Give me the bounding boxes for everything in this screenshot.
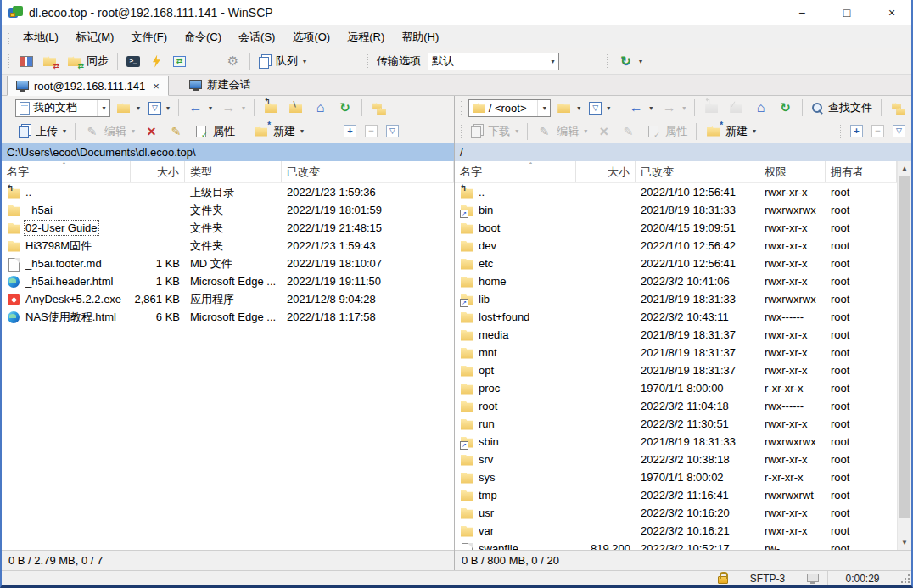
remote-sync-browsing-button[interactable] [887, 98, 909, 119]
remote-selection-filter-button[interactable]: ▽ [889, 120, 909, 142]
column-header-changed[interactable]: 已改变 [282, 161, 454, 182]
preferences-button[interactable]: ⚙ [221, 51, 244, 72]
local-path-bar[interactable]: C:\Users\ecoo\Documents\dl.ecoo.top\ [2, 143, 454, 161]
toolbar-grip[interactable] [8, 54, 12, 68]
local-unselect-button[interactable]: − [361, 120, 381, 142]
file-row[interactable]: boot2020/4/15 19:09:51rwxr-xr-xroot [455, 219, 897, 237]
server-cell[interactable] [798, 571, 827, 585]
encryption-cell[interactable] [709, 571, 737, 585]
remote-home-button[interactable]: ⌂ [749, 98, 772, 119]
remote-refresh-button[interactable]: ↻ [774, 98, 797, 119]
menu-session[interactable]: 会话(S) [230, 25, 283, 48]
file-row[interactable]: tmp2022/3/2 11:16:41rwxrwxrwtroot [455, 486, 897, 504]
file-row[interactable]: root2022/3/2 11:04:18rwx------root [455, 397, 897, 415]
menu-mark[interactable]: 标记(M) [67, 25, 123, 48]
remote-forward-button[interactable]: →▾ [658, 98, 689, 119]
chevron-down-icon[interactable]: ▾ [537, 100, 550, 116]
file-row[interactable]: NAS使用教程.html6 KBMicrosoft Edge ...2022/1… [2, 308, 454, 326]
queue-button[interactable]: 队列▾ [255, 51, 310, 72]
file-row[interactable]: usr2022/3/2 10:16:20rwxr-xr-xroot [455, 504, 897, 522]
maximize-button[interactable]: □ [827, 0, 866, 25]
file-row[interactable]: _h5ai.header.html1 KBMicrosoft Edge ...2… [2, 272, 454, 290]
title-bar[interactable]: dl.ecoo.top - root@192.168.111.141 - Win… [2, 0, 911, 25]
local-selection-filter-button[interactable]: ▽ [383, 120, 402, 142]
swap-panels-button[interactable]: ⇄ [38, 51, 61, 72]
menu-options[interactable]: 选项(O) [283, 25, 339, 48]
scrollbar-thumb[interactable] [899, 176, 910, 518]
session-time-cell[interactable]: 0:00:29 [827, 571, 897, 585]
menu-file[interactable]: 文件(F) [122, 25, 176, 48]
scroll-down-icon[interactable]: ▼ [898, 535, 911, 550]
transfer-preset-combobox[interactable]: 默认 ▾ [428, 53, 559, 70]
file-row[interactable]: lost+found2022/3/2 10:43:11rwx------root [455, 308, 897, 326]
column-header-name[interactable]: 名字 [455, 161, 576, 182]
local-delete-button[interactable]: × [140, 120, 163, 142]
tab-new-session[interactable]: 新建会话 [181, 75, 260, 95]
toolbar-grip[interactable] [606, 54, 610, 68]
protocol-cell[interactable]: SFTP-3 [737, 571, 798, 585]
toolbar-grip[interactable] [7, 125, 11, 138]
layout-button[interactable] [16, 51, 36, 72]
remote-parent-dir-button[interactable]: ↰ [700, 98, 723, 119]
remote-dir-combobox[interactable]: / <root> ▾ [468, 99, 552, 117]
file-row[interactable]: etc2022/1/10 12:56:41rwxr-xr-xroot [455, 255, 897, 272]
toolbar-grip[interactable] [460, 101, 464, 115]
remote-new-button[interactable]: *新建▾ [702, 120, 759, 142]
file-row[interactable]: Hi3798M固件文件夹2022/1/23 1:59:43 [2, 237, 454, 255]
file-row[interactable]: 02-User Guide文件夹2022/1/19 21:48:15 [2, 219, 454, 237]
column-header-permissions[interactable]: 权限 [759, 161, 826, 182]
local-rename-button[interactable]: ✎ [165, 120, 188, 142]
remote-file-list[interactable]: ..2022/1/10 12:56:41rwxr-xr-xrootbin2021… [455, 183, 897, 550]
menu-grip[interactable] [8, 31, 12, 44]
tab-close-icon[interactable]: × [153, 80, 160, 92]
scroll-up-icon[interactable]: ▲ [898, 161, 911, 176]
remote-filter-button[interactable]: ▽▾ [585, 98, 613, 119]
refresh-panels-button[interactable]: ⇄ [170, 51, 189, 72]
toolbar-grip[interactable] [367, 54, 371, 68]
remote-root-dir-button[interactable]: ∕ [725, 98, 748, 119]
remote-open-dir-button[interactable]: ▾ [552, 98, 584, 119]
menu-command[interactable]: 命令(C) [176, 25, 230, 48]
download-button[interactable]: 下载▾ [468, 120, 522, 142]
file-row[interactable]: proc1970/1/1 8:00:00r-xr-xr-xroot [455, 379, 897, 397]
close-button[interactable]: × [872, 0, 911, 25]
file-row[interactable]: sys1970/1/1 8:00:02r-xr-xr-xroot [455, 468, 897, 486]
toolbar-grip[interactable] [7, 101, 11, 115]
column-header-size[interactable]: 大小 [131, 161, 185, 182]
local-open-dir-button[interactable]: ▾ [112, 98, 143, 119]
column-header-owner[interactable]: 拥有者 [826, 161, 897, 182]
remote-delete-button[interactable]: × [592, 120, 615, 142]
local-refresh-button[interactable]: ↻ [333, 98, 356, 119]
local-filter-button[interactable]: ▽▾ [145, 98, 173, 119]
minimize-button[interactable]: − [782, 0, 821, 25]
file-row[interactable]: media2021/8/19 18:31:37rwxr-xr-xroot [455, 326, 897, 344]
local-properties-button[interactable]: ✓属性 [189, 120, 238, 142]
local-forward-button[interactable]: →▾ [217, 98, 249, 119]
chevron-down-icon[interactable]: ▾ [546, 53, 558, 70]
file-row[interactable]: swapfile819,2002022/3/2 10:52:17rw-root [455, 540, 897, 550]
local-root-dir-button[interactable]: ∖ [284, 98, 307, 119]
resize-grip[interactable] [900, 574, 910, 584]
file-row[interactable]: srv2022/3/2 10:38:18rwxr-xr-xroot [455, 451, 897, 468]
local-new-button[interactable]: *新建▾ [249, 120, 307, 142]
local-sync-browsing-button[interactable] [367, 98, 389, 119]
column-header-changed[interactable]: 已改变 [636, 161, 759, 182]
file-row[interactable]: home2022/3/2 10:41:06rwxr-xr-xroot [455, 272, 897, 290]
file-row[interactable]: var2022/3/2 10:16:21rwxr-xr-xroot [455, 522, 897, 540]
console-commands-button[interactable] [145, 51, 168, 72]
local-home-button[interactable]: ⌂ [309, 98, 332, 119]
file-row[interactable]: AnyDesk+5.2.2.exe2,861 KB应用程序2021/12/8 9… [2, 290, 454, 308]
remote-back-button[interactable]: ←▾ [625, 98, 656, 119]
file-row[interactable]: lib2021/8/19 18:31:33rwxrwxrwxroot [455, 290, 897, 308]
remote-edit-button[interactable]: ✎编辑▾ [533, 120, 591, 142]
toolbar-grip[interactable] [460, 125, 463, 138]
file-row[interactable]: ..2022/1/10 12:56:41rwxr-xr-xroot [455, 183, 897, 201]
column-header-type[interactable]: 类型 [185, 161, 282, 182]
file-row[interactable]: opt2021/8/19 18:31:37rwxr-xr-xroot [455, 361, 897, 379]
chevron-down-icon[interactable]: ▾ [97, 100, 109, 116]
find-files-button[interactable]: 查找文件 [808, 98, 876, 119]
local-back-button[interactable]: ←▾ [184, 98, 216, 119]
menu-local[interactable]: 本地(L) [14, 25, 67, 48]
remote-select-button[interactable]: + [847, 120, 866, 142]
menu-help[interactable]: 帮助(H) [393, 25, 447, 48]
